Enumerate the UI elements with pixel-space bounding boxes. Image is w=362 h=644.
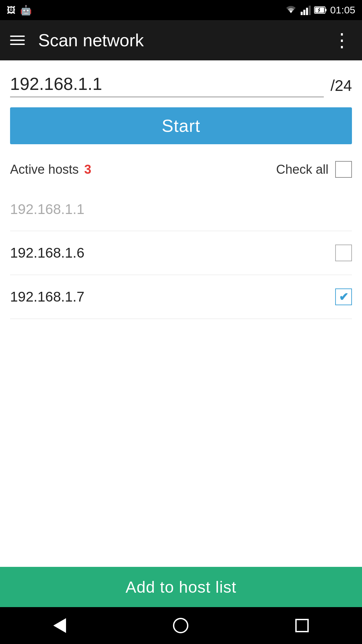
nav-bar (0, 607, 362, 644)
ip-row: /24 (10, 74, 352, 97)
ip-suffix: /24 (330, 76, 352, 97)
check-all-wrapper: Check all (276, 161, 352, 178)
active-hosts-info: Active hosts 3 (10, 162, 91, 177)
host-list: 192.168.1.1 192.168.1.6 192.168.1.7 (10, 188, 352, 377)
home-icon (173, 618, 188, 633)
nav-recent-button[interactable] (295, 619, 309, 632)
status-bar: 🖼 🤖 01:05 (0, 0, 362, 20)
content-area: /24 Start Active hosts 3 Check all 192.1… (0, 60, 362, 567)
host-ip-3: 192.168.1.7 (10, 289, 84, 305)
add-to-host-list-button[interactable]: Add to host list (0, 567, 362, 607)
active-hosts-label: Active hosts (10, 162, 79, 176)
svg-rect-5 (325, 9, 326, 11)
active-hosts-row: Active hosts 3 Check all (10, 154, 352, 184)
host-checkbox-2[interactable] (335, 245, 352, 261)
host-ip-2: 192.168.1.6 (10, 245, 84, 261)
toolbar: Scan network ⋮ (0, 20, 362, 60)
more-button[interactable]: ⋮ (333, 31, 352, 50)
back-icon (53, 618, 66, 633)
android-icon: 🤖 (20, 5, 32, 16)
svg-rect-2 (306, 8, 308, 15)
svg-rect-0 (301, 12, 303, 15)
svg-rect-1 (303, 10, 305, 15)
nav-home-button[interactable] (173, 618, 188, 633)
status-bar-right: 01:05 (285, 4, 355, 16)
photo-icon: 🖼 (7, 5, 15, 15)
active-hosts-count: 3 (84, 162, 91, 176)
toolbar-title: Scan network (38, 30, 333, 50)
host-ip-1: 192.168.1.1 (10, 201, 84, 217)
host-item-1[interactable]: 192.168.1.1 (10, 188, 352, 231)
start-button[interactable]: Start (10, 107, 352, 144)
wifi-icon (285, 5, 297, 15)
host-item-2[interactable]: 192.168.1.6 (10, 231, 352, 275)
nav-back-button[interactable] (53, 618, 66, 633)
ip-input-wrapper (10, 74, 324, 97)
status-bar-left: 🖼 🤖 (7, 5, 32, 16)
host-checkbox-3[interactable] (335, 288, 352, 305)
check-all-label: Check all (276, 162, 328, 177)
recent-icon (295, 619, 309, 632)
host-item-3[interactable]: 192.168.1.7 (10, 275, 352, 319)
status-time: 01:05 (330, 4, 355, 16)
svg-rect-3 (309, 6, 311, 15)
menu-button[interactable] (10, 36, 25, 45)
check-all-checkbox[interactable] (335, 161, 352, 178)
battery-icon (314, 6, 327, 14)
ip-input[interactable] (10, 74, 324, 94)
signal-icon (301, 5, 311, 15)
